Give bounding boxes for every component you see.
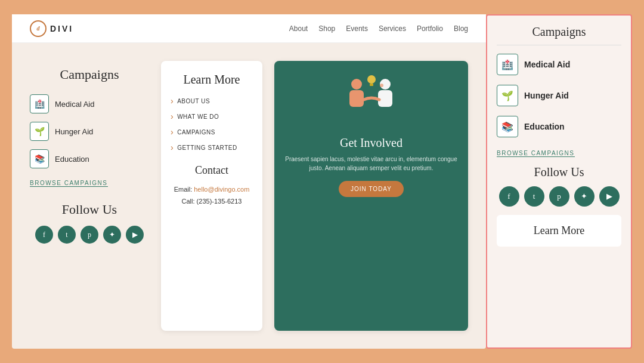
hunger-aid-label: Hunger Aid — [55, 127, 93, 136]
follow-us-title: Follow Us — [30, 202, 149, 217]
email-label: Email: — [174, 186, 193, 193]
call-line: Call: (235)-135-6213 — [171, 196, 253, 208]
right-education-label: Education — [524, 122, 565, 131]
social-icons: f t p ✦ ▶ — [30, 226, 149, 244]
right-youtube-icon[interactable]: ▶ — [599, 186, 620, 207]
youtube-icon[interactable]: ▶ — [126, 226, 144, 244]
instagram-icon[interactable]: ✦ — [103, 226, 121, 244]
right-medical-aid-label: Medical Aid — [524, 60, 570, 69]
link-campaigns[interactable]: CAMPAIGNS — [171, 127, 253, 137]
email-line: Email: hello@divingo.com — [171, 184, 253, 196]
learn-more-card: Learn More ABOUT US WHAT WE DO CAMPAIGNS… — [161, 61, 262, 331]
right-twitter-icon[interactable]: t — [524, 186, 544, 207]
right-medical-aid-icon: 🏥 — [497, 54, 518, 75]
right-campaign-medical[interactable]: 🏥 Medical Aid — [497, 54, 621, 75]
right-follow-title: Follow Us — [497, 165, 621, 179]
contact-title: Contact — [171, 164, 253, 177]
nav-links: About Shop Events Services Portfolio Blo… — [289, 24, 468, 33]
svg-point-4 — [367, 75, 376, 84]
right-panel: Campaigns 🏥 Medical Aid 🌱 Hunger Aid 📚 E… — [486, 14, 632, 349]
right-social-icons: f t p ✦ ▶ — [497, 186, 621, 207]
svg-rect-5 — [370, 84, 373, 86]
right-instagram-icon[interactable]: ✦ — [574, 186, 595, 207]
medical-aid-icon: 🏥 — [30, 94, 49, 113]
svg-point-6 — [380, 84, 383, 87]
pinterest-icon[interactable]: p — [80, 226, 98, 244]
get-involved-title: Get Involved — [340, 136, 402, 150]
nav-shop[interactable]: Shop — [318, 24, 335, 33]
learn-more-card-title: Learn More — [171, 73, 253, 87]
link-about-us[interactable]: ABOUT US — [171, 96, 253, 106]
get-involved-body: Praesent sapien lacus, molestie vitae ar… — [284, 155, 459, 173]
right-learn-more-box: Learn More — [497, 215, 621, 247]
illustration — [336, 70, 407, 130]
svg-point-0 — [351, 79, 362, 90]
get-involved-card: Get Involved Praesent sapien lacus, mole… — [274, 61, 468, 331]
right-learn-more-title: Learn More — [506, 224, 612, 237]
right-pinterest-icon[interactable]: p — [549, 186, 569, 207]
nav-portfolio[interactable]: Portfolio — [417, 24, 443, 33]
main-panel: d DIVI About Shop Events Services Portfo… — [12, 14, 486, 349]
campaign-item-hunger[interactable]: 🌱 Hunger Aid — [30, 122, 149, 141]
contact-info: Email: hello@divingo.com Call: (235)-135… — [171, 184, 253, 208]
right-campaign-education[interactable]: 📚 Education — [497, 116, 621, 137]
nav-services[interactable]: Services — [379, 24, 406, 33]
nav-blog[interactable]: Blog — [454, 24, 468, 33]
right-campaign-hunger[interactable]: 🌱 Hunger Aid — [497, 85, 621, 106]
learn-more-links: ABOUT US WHAT WE DO CAMPAIGNS GETTING ST… — [171, 96, 253, 152]
call-label: Call: — [182, 198, 195, 205]
right-hunger-aid-icon: 🌱 — [497, 85, 518, 106]
svg-rect-1 — [349, 90, 364, 107]
content-area: Campaigns 🏥 Medical Aid 🌱 Hunger Aid 📚 E… — [12, 43, 486, 349]
right-campaigns-title: Campaigns — [497, 25, 621, 39]
right-education-icon: 📚 — [497, 116, 518, 137]
call-value: (235)-135-6213 — [197, 198, 242, 205]
facebook-icon[interactable]: f — [35, 226, 53, 244]
twitter-icon[interactable]: t — [58, 226, 76, 244]
right-hunger-aid-label: Hunger Aid — [524, 91, 569, 100]
campaign-item-medical[interactable]: 🏥 Medical Aid — [30, 94, 149, 113]
join-today-button[interactable]: JOIN TODAY — [339, 181, 404, 197]
education-icon: 📚 — [30, 149, 49, 168]
medical-aid-label: Medical Aid — [55, 100, 94, 109]
right-browse-campaigns-link[interactable]: BROWSE CAMPAIGNS — [497, 150, 575, 157]
navbar: d DIVI About Shop Events Services Portfo… — [12, 14, 486, 43]
nav-events[interactable]: Events — [346, 24, 368, 33]
campaign-item-education[interactable]: 📚 Education — [30, 149, 149, 168]
education-label: Education — [55, 155, 89, 164]
right-divider — [497, 45, 621, 45]
left-sidebar: Campaigns 🏥 Medical Aid 🌱 Hunger Aid 📚 E… — [30, 61, 149, 331]
logo-area: d DIVI — [30, 20, 73, 37]
hunger-aid-icon: 🌱 — [30, 122, 49, 141]
link-what-we-do[interactable]: WHAT WE DO — [171, 112, 253, 121]
logo-text: DIVI — [50, 24, 73, 33]
svg-rect-3 — [378, 90, 392, 107]
campaigns-title: Campaigns — [30, 67, 149, 82]
right-facebook-icon[interactable]: f — [499, 186, 519, 207]
browse-campaigns-link[interactable]: BROWSE CAMPAIGNS — [30, 180, 108, 187]
nav-about[interactable]: About — [289, 24, 308, 33]
link-getting-started[interactable]: GETTING STARTED — [171, 143, 253, 152]
email-value[interactable]: hello@divingo.com — [194, 186, 249, 193]
logo-icon: d — [30, 20, 47, 37]
